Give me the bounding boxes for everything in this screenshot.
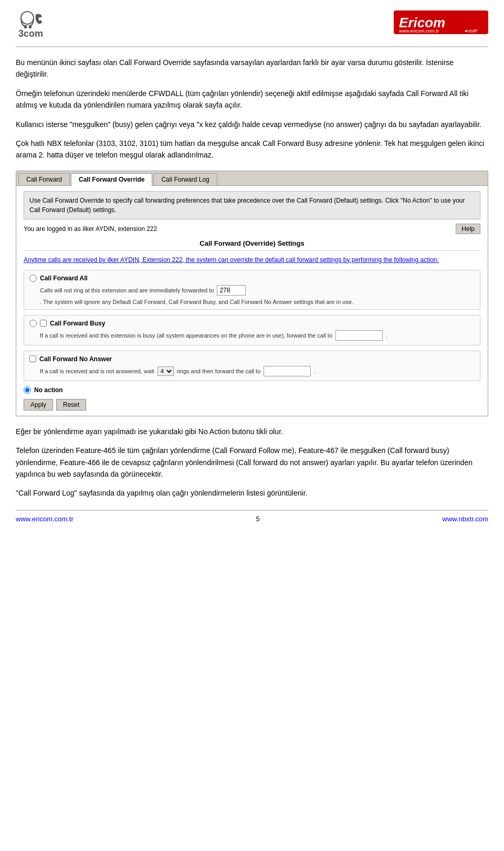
desc-end-no-answer: . bbox=[314, 368, 316, 374]
paragraph-4: Çok hatlı NBX telefonlar (3103, 3102, 31… bbox=[16, 138, 488, 161]
svg-text:●VoIP: ●VoIP bbox=[465, 28, 477, 34]
tab-call-forward[interactable]: Call Forward bbox=[18, 173, 70, 185]
ui-panel: Call Forward Call Forward Override Call … bbox=[16, 171, 488, 416]
radio-no-action[interactable] bbox=[24, 386, 31, 394]
paragraph-5: Eğer bir yönlendirme ayarı yapılmadı ise… bbox=[16, 426, 488, 437]
logo-ericom: Ericom www.ericom.com.tr ●VoIP bbox=[394, 10, 488, 41]
logo-3com: 3com bbox=[16, 10, 74, 41]
anytime-after: , the system can override the default ca… bbox=[183, 256, 439, 264]
settings-title: Call Forward (Override) Settings bbox=[24, 239, 480, 251]
paragraph-7: "Call Forward Log" sayfasında da yapılmı… bbox=[16, 487, 488, 499]
call-forward-busy-desc: If a call is received and this extension… bbox=[40, 330, 475, 341]
forward-no-answer-input[interactable] bbox=[264, 366, 311, 376]
tab-bar: Call Forward Call Forward Override Call … bbox=[16, 171, 488, 186]
checkbox-call-forward-no-answer[interactable] bbox=[29, 355, 36, 362]
desc-busy: If a call is received and this extension… bbox=[40, 332, 332, 339]
paragraph-2: Örneğin telefonun üzerindeki menülerde C… bbox=[16, 88, 488, 111]
page-header: 3com Ericom www.ericom.com.tr ●VoIP bbox=[16, 10, 488, 47]
paragraph-1: Bu menünün ikinci sayfası olan Call Forw… bbox=[16, 57, 488, 80]
call-forward-no-answer-desc: If a call is received and is not answere… bbox=[40, 366, 475, 376]
label-call-forward-all: Call Forward All bbox=[40, 275, 88, 282]
logged-in-line: You are logged in as ilker AYDIN, extens… bbox=[24, 224, 480, 234]
info-box: Use Call Forward Override to specify cal… bbox=[24, 191, 480, 219]
label-call-forward-no-answer: Call Forward No Answer bbox=[39, 355, 112, 363]
desc-after-all: . The system will ignore any Default Cal… bbox=[40, 299, 353, 305]
apply-button[interactable]: Apply bbox=[24, 399, 53, 411]
paragraph-6: Telefon üzerinden Feature-465 ile tüm ça… bbox=[16, 445, 488, 480]
checkbox-call-forward-busy[interactable] bbox=[40, 320, 47, 327]
svg-point-0 bbox=[21, 12, 34, 24]
svg-text:www.ericom.com.tr: www.ericom.com.tr bbox=[398, 28, 439, 34]
footer-right-link[interactable]: www.nbxtr.com bbox=[443, 515, 488, 523]
svg-text:3com: 3com bbox=[18, 28, 43, 39]
desc-middle-no-answer: rings and then forward the call to bbox=[177, 368, 261, 374]
option-call-forward-all: Call Forward All Calls will not ring at … bbox=[24, 270, 480, 310]
ui-content-area: Use Call Forward Override to specify cal… bbox=[16, 186, 488, 416]
radio-call-forward-all[interactable] bbox=[29, 275, 37, 282]
paragraph-3: Kullanıcı isterse "meşgulken" (busy) gel… bbox=[16, 119, 488, 130]
option-call-forward-busy: Call Forward Busy If a call is received … bbox=[24, 315, 480, 345]
label-call-forward-busy: Call Forward Busy bbox=[50, 320, 105, 327]
label-no-action: No action bbox=[34, 386, 63, 394]
desc-before-no-answer: If a call is received and is not answere… bbox=[40, 368, 154, 374]
tab-call-forward-log[interactable]: Call Forward Log bbox=[153, 173, 217, 185]
anytime-text: Anytime calls are received by ilker AYDI… bbox=[24, 255, 480, 265]
forward-all-input[interactable] bbox=[217, 285, 246, 296]
call-forward-all-desc: Calls will not ring at this extension an… bbox=[40, 285, 475, 305]
footer-page-number: 5 bbox=[256, 515, 260, 523]
footer-left-link[interactable]: www.ericom.com.tr bbox=[16, 515, 74, 523]
anytime-before: Anytime calls are received by bbox=[24, 256, 107, 264]
anytime-name: ilker AYDIN, Extension 222 bbox=[107, 256, 182, 264]
option-call-forward-no-answer: Call Forward No Answer If a call is rece… bbox=[24, 351, 480, 381]
help-button[interactable]: Help bbox=[456, 224, 480, 234]
tab-call-forward-override[interactable]: Call Forward Override bbox=[71, 173, 152, 186]
reset-button[interactable]: Reset bbox=[56, 399, 86, 411]
action-buttons: Apply Reset bbox=[24, 399, 480, 411]
footer: www.ericom.com.tr 5 www.nbxtr.com bbox=[16, 510, 488, 523]
logged-in-text: You are logged in as ilker AYDIN, extens… bbox=[24, 225, 157, 233]
radio-call-forward-busy[interactable] bbox=[29, 320, 37, 327]
rings-select[interactable]: 1 2 3 4 5 6 7 8 9 bbox=[158, 366, 174, 376]
desc-before-all: Calls will not ring at this extension an… bbox=[40, 287, 214, 293]
option-no-action: No action bbox=[24, 386, 480, 394]
forward-busy-input[interactable] bbox=[335, 330, 383, 341]
desc-busy-end: . bbox=[386, 332, 387, 339]
